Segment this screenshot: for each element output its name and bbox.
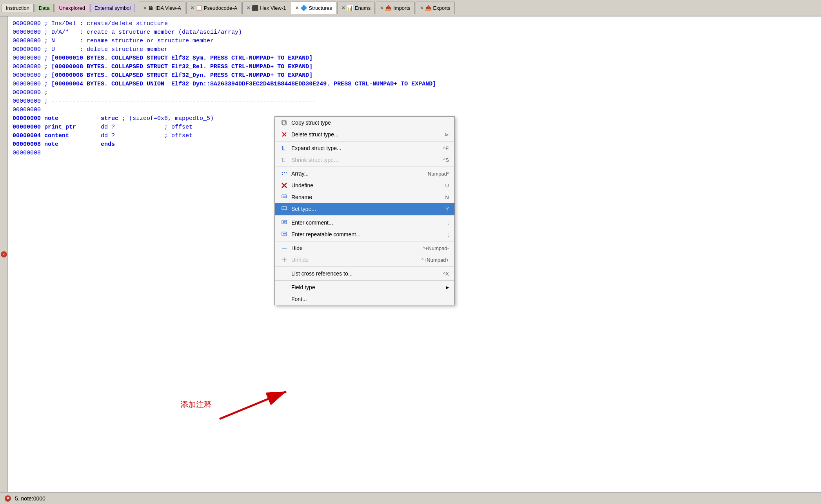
svg-rect-8 <box>282 172 283 173</box>
tab-pseudocode-a[interactable]: ✕ 📋 Pseudocode-A <box>186 2 242 14</box>
unhide-icon <box>280 256 288 264</box>
code-line-8: 00000000 ; <box>13 89 816 97</box>
svg-rect-21 <box>282 232 287 236</box>
code-line-3: 00000000 ; U : delete structure member <box>13 45 816 54</box>
separator-6 <box>275 280 454 281</box>
tab-hex-view-1[interactable]: ✕ ⬛ Hex View-1 <box>242 2 290 14</box>
close-hex-view-1[interactable]: ✕ <box>247 5 250 11</box>
svg-text:⇅: ⇅ <box>281 157 285 163</box>
shrink-struct-type-shortcut: ^S <box>443 157 449 163</box>
status-close-btn[interactable]: ✕ <box>5 495 11 502</box>
arrow-annotation: 添加注释 <box>180 399 212 414</box>
menu-item-set-type[interactable]: T Set type... Y <box>275 203 454 215</box>
code-line-1: 00000000 ; D/A/* : create a structure me… <box>13 28 816 37</box>
menu-item-copy-struct-type[interactable]: Copy struct type <box>275 117 454 129</box>
enter-comment-label: Enter comment... <box>291 219 440 226</box>
delete-struct-type-shortcut: ⊳ <box>445 132 449 138</box>
rename-icon: abc <box>280 193 288 201</box>
close-structures[interactable]: ✕ <box>295 5 299 11</box>
status-bar: ✕ 5. note:0000 <box>0 492 821 504</box>
left-strip: ✕ <box>0 16 8 492</box>
menu-item-delete-struct-type[interactable]: Delete struct type... ⊳ <box>275 129 454 140</box>
menu-item-list-cross-refs[interactable]: List cross references to... ^X <box>275 268 454 279</box>
tab-type-external[interactable]: External symbol <box>90 4 135 12</box>
view-tabs: ✕ 🗎 IDA View-A ✕ 📋 Pseudocode-A ✕ ⬛ Hex … <box>139 2 819 14</box>
tab-type-data[interactable]: Data <box>35 4 54 12</box>
menu-item-expand-struct-type[interactable]: ⇅ Expand struct type... ^E <box>275 142 454 154</box>
tab-exports[interactable]: ✕ 📤 Exports <box>416 2 455 14</box>
expand-struct-type-label: Expand struct type... <box>291 145 435 151</box>
menu-item-unhide: Unhide ^+Numpad+ <box>275 254 454 266</box>
shrink-icon: ⇅ <box>280 156 288 164</box>
main-content: ✕ 00000000 ; Ins/Del : create/delete str… <box>0 16 821 492</box>
enter-repeatable-comment-shortcut: ; <box>447 232 449 237</box>
left-close-btn[interactable]: ✕ <box>1 251 7 257</box>
close-imports[interactable]: ✕ <box>380 5 383 11</box>
font-label: Font... <box>291 296 441 302</box>
comment-icon <box>280 219 288 227</box>
close-ida-view-a[interactable]: ✕ <box>143 5 147 11</box>
array-shortcut: Numpad* <box>428 171 449 177</box>
svg-line-1 <box>220 392 286 419</box>
svg-text:T: T <box>283 207 284 210</box>
close-exports[interactable]: ✕ <box>420 5 423 11</box>
svg-rect-18 <box>282 220 287 224</box>
undefine-label: Undefine <box>291 182 438 189</box>
tab-type-instruction[interactable]: Instruction <box>2 4 34 12</box>
shrink-struct-type-label: Shrink struct type... <box>291 157 435 163</box>
tab-type-unexplored[interactable]: Unexplored <box>54 4 89 12</box>
set-type-shortcut: Y <box>445 206 449 212</box>
menu-item-enter-repeatable-comment[interactable]: Enter repeatable comment... ; <box>275 228 454 240</box>
set-type-label: Set type... <box>291 206 438 212</box>
hide-label: Hide <box>291 245 415 251</box>
expand-icon: ⇅ <box>280 144 288 152</box>
svg-text:abc: abc <box>283 196 287 198</box>
hide-shortcut: ^+Numpad- <box>423 245 449 251</box>
svg-rect-10 <box>286 172 287 173</box>
tab-enums[interactable]: ✕ 📊 Enums <box>337 2 375 14</box>
menu-item-hide[interactable]: Hide ^+Numpad- <box>275 242 454 254</box>
unhide-label: Unhide <box>291 257 414 263</box>
list-cross-refs-label: List cross references to... <box>291 270 435 277</box>
code-line-10: 00000000 <box>13 106 816 114</box>
status-text: 5. note:0000 <box>15 495 45 502</box>
array-icon <box>280 170 288 178</box>
menu-item-field-type[interactable]: Field type ▶ <box>275 281 454 293</box>
undefine-shortcut: U <box>445 183 449 189</box>
enter-repeatable-comment-label: Enter repeatable comment... <box>291 231 440 237</box>
hide-icon <box>280 244 288 252</box>
arrow-svg <box>216 388 302 435</box>
copy-struct-type-label: Copy struct type <box>291 120 441 126</box>
separator-3 <box>275 216 454 216</box>
code-view[interactable]: 00000000 ; Ins/Del : create/delete struc… <box>8 16 821 492</box>
close-enums[interactable]: ✕ <box>341 5 345 11</box>
expand-struct-type-shortcut: ^E <box>443 145 449 151</box>
rename-label: Rename <box>291 194 438 200</box>
undefine-icon <box>280 181 288 189</box>
rep-comment-icon <box>280 230 288 238</box>
tab-imports[interactable]: ✕ 📥 Imports <box>376 2 414 14</box>
menu-item-array[interactable]: Array... Numpad* <box>275 168 454 179</box>
copy-icon <box>280 119 288 127</box>
field-type-arrow: ▶ <box>446 285 449 290</box>
svg-text:⇅: ⇅ <box>281 145 285 151</box>
menu-item-font[interactable]: Font... <box>275 293 454 305</box>
menu-item-rename[interactable]: abc Rename N <box>275 191 454 203</box>
array-label: Array... <box>291 170 420 177</box>
annotation-text: 添加注释 <box>180 399 212 410</box>
separator-4 <box>275 241 454 241</box>
menu-item-enter-comment[interactable]: Enter comment... : <box>275 217 454 228</box>
cross-refs-icon <box>280 270 288 277</box>
svg-rect-11 <box>282 174 283 175</box>
code-line-5: 00000000 ; [00000008 BYTES. COLLAPSED ST… <box>13 63 816 71</box>
menu-item-undefine[interactable]: Undefine U <box>275 179 454 191</box>
rename-shortcut: N <box>445 194 449 200</box>
svg-rect-9 <box>284 172 285 173</box>
separator-5 <box>275 267 454 267</box>
delete-icon <box>280 131 288 138</box>
close-pseudocode-a[interactable]: ✕ <box>191 5 194 11</box>
delete-struct-type-label: Delete struct type... <box>291 131 437 138</box>
tab-ida-view-a[interactable]: ✕ 🗎 IDA View-A <box>139 2 185 14</box>
unhide-shortcut: ^+Numpad+ <box>421 257 449 263</box>
tab-structures[interactable]: ✕ 🔷 Structures <box>291 2 336 14</box>
